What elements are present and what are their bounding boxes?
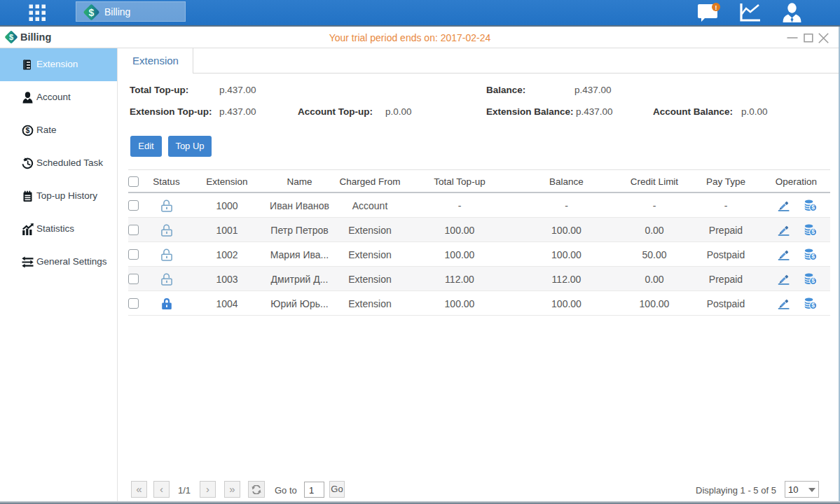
svg-text:$: $ [811,302,815,309]
svg-text:$: $ [811,253,815,260]
svg-text:$: $ [811,229,815,236]
svg-text:!: ! [715,4,717,11]
svg-text:$: $ [811,278,815,285]
svg-text:$: $ [89,7,95,18]
svg-text:$: $ [26,126,30,134]
svg-text:$: $ [811,204,815,211]
